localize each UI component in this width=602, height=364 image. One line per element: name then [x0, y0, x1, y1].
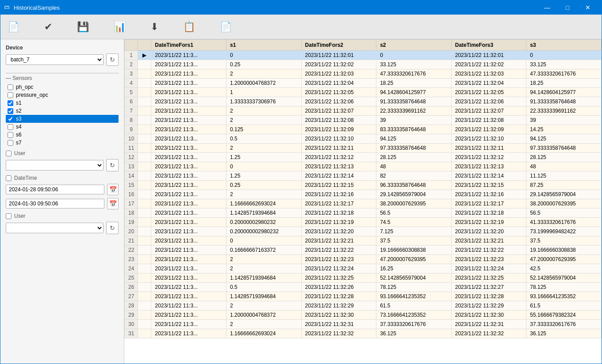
device-refresh-button[interactable]: ↻ — [106, 53, 119, 66]
table-cell-arrow — [138, 60, 151, 69]
sensor-item-s3[interactable]: s3 — [6, 115, 119, 123]
date-to-input[interactable] — [6, 199, 104, 209]
table-row[interactable]: 272023/11/22 11:3...1.142857193946842023… — [125, 292, 602, 301]
col-header-s2[interactable]: s2 — [376, 40, 452, 51]
sensor-item-s7[interactable]: s7 — [6, 139, 119, 147]
table-cell-dt1: 2023/11/22 11:3... — [151, 125, 226, 134]
sensor-checkbox-pressure-opc[interactable] — [8, 92, 13, 98]
table-cell-dt2: 2023/11/22 11:32:13 — [301, 162, 376, 171]
sensor-item-s6[interactable]: s6 — [6, 131, 119, 139]
sensor-checkbox-s2[interactable] — [8, 108, 13, 114]
table-cell-num: 7 — [125, 106, 138, 116]
table-row[interactable]: 22023/11/22 11:3...0.252023/11/22 11:32:… — [125, 60, 602, 69]
col-header-s3[interactable]: s3 — [526, 40, 602, 51]
table-row[interactable]: 62023/11/22 11:3...1.333333373069762023/… — [125, 97, 602, 106]
table-row[interactable]: 222023/11/22 11:3...0.166666671633722023… — [125, 246, 602, 255]
table-row[interactable]: 252023/11/22 11:3...1.142857193946842023… — [125, 273, 602, 283]
table-cell-num: 10 — [125, 134, 138, 144]
col-header-datetimefors1[interactable]: DateTimeFors1 — [151, 40, 226, 51]
table-row[interactable]: 42023/11/22 11:3...1.200000047683722023/… — [125, 79, 602, 88]
table-cell-s2: 78.125 — [376, 283, 452, 292]
table-row[interactable]: 172023/11/22 11:3...1.166666626930242023… — [125, 199, 602, 209]
table-row[interactable]: 32023/11/22 11:3...22023/11/22 11:32:034… — [125, 69, 602, 79]
data-table-wrapper[interactable]: DateTimeFors1 s1 DateTimeFors2 s2 DateTi… — [124, 39, 602, 364]
toolbar-confirm-button[interactable]: ✔ — [41, 19, 56, 34]
table-cell-s1: 1.20000004768372 — [226, 311, 301, 320]
table-row[interactable]: 112023/11/22 11:3...22023/11/22 11:32:11… — [125, 144, 602, 153]
table-cell-num: 21 — [125, 236, 138, 246]
table-row[interactable]: 182023/11/22 11:3...1.142857193946842023… — [125, 209, 602, 218]
table-row[interactable]: 132023/11/22 11:3...02023/11/22 11:32:13… — [125, 162, 602, 171]
table-cell-dt2: 2023/11/22 11:32:18 — [301, 209, 376, 218]
table-cell-s2: 61.5 — [376, 301, 452, 311]
table-row[interactable]: 1▶2023/11/22 11:3...02023/11/22 11:32:01… — [125, 51, 602, 60]
user-select[interactable] — [6, 160, 104, 171]
table-cell-s2: 91.3333358764648 — [376, 97, 452, 106]
table-row[interactable]: 142023/11/22 11:3...1.252023/11/22 11:32… — [125, 171, 602, 181]
table-cell-s1: 0.20000002980232 — [226, 218, 301, 227]
col-header-s1[interactable]: s1 — [226, 40, 301, 51]
user-refresh-button[interactable]: ↻ — [106, 159, 119, 171]
table-row[interactable]: 92023/11/22 11:3...0.1252023/11/22 11:32… — [125, 125, 602, 134]
device-select[interactable]: batch_7 batch_1 batch_2 — [6, 54, 104, 65]
table-cell-s1: 1.33333337306976 — [226, 97, 301, 106]
date-to-calendar-button[interactable]: 📅 — [107, 198, 119, 209]
minimize-button[interactable]: — — [537, 0, 557, 15]
user-checkbox[interactable] — [6, 151, 12, 156]
datetime-checkbox[interactable] — [6, 175, 12, 181]
toolbar-download-button[interactable]: ⬇ — [147, 19, 162, 34]
date-from-input[interactable] — [6, 185, 104, 194]
sensor-checkbox-s4[interactable] — [8, 124, 13, 130]
sensor-checkbox-s1[interactable] — [8, 100, 13, 106]
table-cell-s3: 94.1428604125977 — [526, 88, 602, 97]
table-row[interactable]: 212023/11/22 11:3...02023/11/22 11:32:21… — [125, 236, 602, 246]
sensor-checkbox-s7[interactable] — [8, 140, 13, 146]
table-row[interactable]: 152023/11/22 11:3...0.252023/11/22 11:32… — [125, 181, 602, 190]
toolbar-csv-button[interactable]: 📋 — [180, 19, 199, 34]
sensor-item-s2[interactable]: s2 — [6, 107, 119, 115]
table-row[interactable]: 102023/11/22 11:3...0.52023/11/22 11:32:… — [125, 134, 602, 144]
close-button[interactable]: ✕ — [578, 0, 598, 15]
table-row[interactable]: 302023/11/22 11:3...22023/11/22 11:32:31… — [125, 320, 602, 329]
table-cell-s3: 42.5 — [526, 264, 602, 273]
date-from-calendar-button[interactable]: 📅 — [107, 184, 119, 195]
table-row[interactable]: 262023/11/22 11:3...0.52023/11/22 11:32:… — [125, 283, 602, 292]
sensor-item-s4[interactable]: s4 — [6, 123, 119, 131]
toolbar-save-button[interactable]: 💾 — [73, 19, 92, 34]
content-area: Device batch_7 batch_1 batch_2 ↻ — Senso… — [0, 39, 602, 364]
toolbar-new-button[interactable]: 📄 — [4, 19, 23, 34]
table-cell-dt1: 2023/11/22 11:3... — [151, 51, 226, 60]
table-cell-dt1: 2023/11/22 11:3... — [151, 246, 226, 255]
user2-checkbox[interactable] — [6, 213, 12, 219]
user2-select[interactable] — [6, 223, 104, 233]
sensor-item-ph-opc[interactable]: ph_opc — [6, 83, 119, 91]
table-row[interactable]: 202023/11/22 11:3...0.200000002980232202… — [125, 227, 602, 236]
sensor-item-s1[interactable]: s1 — [6, 99, 119, 107]
sensor-checkbox-ph-opc[interactable] — [8, 84, 13, 90]
table-row[interactable]: 52023/11/22 11:3...12023/11/22 11:32:059… — [125, 88, 602, 97]
table-row[interactable]: 162023/11/22 11:3...22023/11/22 11:32:16… — [125, 190, 602, 199]
sensor-checkbox-s3[interactable] — [8, 116, 13, 122]
table-row[interactable]: 232023/11/22 11:3...22023/11/22 11:32:23… — [125, 255, 602, 264]
table-cell-arrow — [138, 301, 151, 311]
col-header-datetimefors2[interactable]: DateTimeFors2 — [301, 40, 376, 51]
table-cell-s2: 7.125 — [376, 227, 452, 236]
table-row[interactable]: 72023/11/22 11:3...22023/11/22 11:32:072… — [125, 106, 602, 116]
sensor-item-pressure-opc[interactable]: pressure_opc — [6, 91, 119, 99]
user2-refresh-button[interactable]: ↻ — [106, 222, 119, 234]
table-row[interactable]: 82023/11/22 11:3...22023/11/22 11:32:083… — [125, 116, 602, 125]
table-row[interactable]: 122023/11/22 11:3...1.252023/11/22 11:32… — [125, 153, 602, 162]
toolbar-pdf-button[interactable]: 📄 — [216, 19, 235, 34]
table-row[interactable]: 242023/11/22 11:3...22023/11/22 11:32:24… — [125, 264, 602, 273]
table-row[interactable]: 192023/11/22 11:3...0.200000029802322023… — [125, 218, 602, 227]
col-header-datetimefors3[interactable]: DateTimeFors3 — [451, 40, 526, 51]
table-row[interactable]: 292023/11/22 11:3...1.200000047683722023… — [125, 311, 602, 320]
sensor-checkbox-s6[interactable] — [8, 132, 13, 138]
table-row[interactable]: 312023/11/22 11:3...1.166666626930242023… — [125, 329, 602, 338]
table-row[interactable]: 282023/11/22 11:3...22023/11/22 11:32:29… — [125, 301, 602, 311]
toolbar-chart-button[interactable]: 📊 — [110, 19, 129, 34]
table-cell-dt3: 2023/11/22 11:32:29 — [451, 301, 526, 311]
table-cell-s3: 29.1428565979004 — [526, 190, 602, 199]
maximize-button[interactable]: □ — [557, 0, 578, 15]
table-cell-s2: 94.125 — [376, 134, 452, 144]
